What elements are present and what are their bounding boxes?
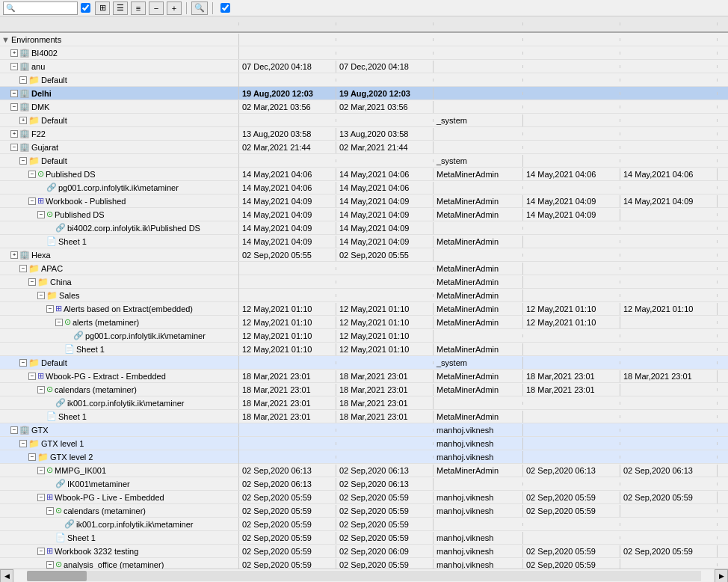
header-name[interactable] bbox=[0, 22, 239, 25]
name-cell: − 📁 China bbox=[28, 277, 235, 287]
col-owner: _system bbox=[434, 357, 523, 369]
col-first-pub bbox=[523, 294, 620, 297]
col-last-pub bbox=[620, 321, 718, 324]
table-row[interactable]: − ⊙ calendars (metaminer) 02 Sep,2020 05… bbox=[0, 504, 728, 518]
strict-checkbox[interactable] bbox=[81, 3, 90, 13]
table-row[interactable]: 📄 Sheet 1 12 May,2021 01:10 12 May,2021 … bbox=[0, 343, 728, 356]
col-first-pub: 12 May,2021 01:10 bbox=[523, 316, 620, 328]
table-row[interactable]: − ⊙ Published DS 14 May,2021 04:09 14 Ma… bbox=[0, 208, 728, 221]
main-container: ▼ Environments + 🏢 BI4002 28.3 GB − bbox=[0, 16, 728, 569]
horizontal-scrollbar[interactable]: ◀ ▶ bbox=[0, 569, 728, 582]
table-row[interactable]: 📄 Sheet 1 14 May,2021 04:09 14 May,2021 … bbox=[0, 235, 728, 248]
header-updated[interactable] bbox=[336, 22, 434, 25]
table-row[interactable]: 🔗 IK001\metaminer 02 Sep,2020 06:13 02 S… bbox=[0, 477, 728, 491]
toolbar-btn-grid[interactable]: ⊞ bbox=[95, 1, 110, 15]
col-owner: manhoj.viknesh bbox=[434, 532, 523, 544]
table-row[interactable]: ▼ Environments bbox=[0, 33, 728, 46]
table-row[interactable]: 📄 Sheet 1 02 Sep,2020 05:59 02 Sep,2020 … bbox=[0, 531, 728, 545]
strict-checkbox-label[interactable] bbox=[81, 3, 92, 13]
col-size: 465.3 kB bbox=[718, 88, 728, 99]
table-row[interactable]: − ⊞ Workbook - Published 14 May,2021 04:… bbox=[0, 194, 728, 208]
col-first-pub bbox=[523, 186, 620, 189]
scroll-track[interactable] bbox=[27, 571, 701, 581]
table-row[interactable]: − 🏢 DMK 02 Mar,2021 03:56 02 Mar,2021 03… bbox=[0, 100, 728, 114]
header-first-pub[interactable] bbox=[523, 22, 620, 25]
name-cell: 🔗 ik001.corp.infolytik.ik\metaminer bbox=[55, 519, 235, 529]
table-row[interactable]: − 📁 GTX level 2 manhoj.viknesh 36.3 kB bbox=[0, 450, 728, 464]
table-row[interactable]: − 🏢 Gujarat 02 Mar,2021 21:44 02 Mar,202… bbox=[0, 141, 728, 154]
table-row[interactable]: − 📁 Default _system 45 kB bbox=[0, 154, 728, 168]
toolbar-btn-scope[interactable]: 🔍 bbox=[191, 1, 208, 15]
toolbar-btn-filter[interactable]: ≡ bbox=[131, 1, 146, 15]
table-row[interactable]: − 📁 Default 251.8 MB bbox=[0, 73, 728, 87]
row-icon: 📁 bbox=[37, 277, 49, 287]
col-updated: 07 Dec,2020 04:18 bbox=[336, 61, 434, 73]
col-owner: MetaMinerAdmin bbox=[434, 209, 523, 221]
table-row[interactable]: − ⊞ Alerts based on Extract(embedded) 12… bbox=[0, 302, 728, 316]
table-row[interactable]: 🔗 pg001.corp.infolytik.ik\metaminer 12 M… bbox=[0, 329, 728, 343]
search-input[interactable] bbox=[15, 4, 78, 13]
col-updated: 12 May,2021 01:10 bbox=[336, 343, 434, 355]
table-row[interactable]: − ⊙ MMPG_IK001 02 Sep,2020 06:13 02 Sep,… bbox=[0, 464, 728, 477]
name-cell: − 📁 APAC bbox=[19, 263, 235, 274]
table-row[interactable]: − 🏢 Delhi 19 Aug,2020 12:03 19 Aug,2020 … bbox=[0, 87, 728, 100]
table-row[interactable]: − ⊙ Published DS 14 May,2021 04:06 14 Ma… bbox=[0, 168, 728, 181]
row-icon: 📁 bbox=[28, 156, 40, 166]
scroll-left[interactable]: ◀ bbox=[0, 569, 13, 583]
col-size: 68.8 kB bbox=[718, 263, 728, 275]
col-size: 68.8 kB bbox=[718, 276, 728, 288]
col-updated: 14 May,2021 04:06 bbox=[336, 182, 434, 194]
table-row[interactable]: − 📁 China MetaMinerAdmin 68.8 kB bbox=[0, 275, 728, 289]
table-row[interactable]: − ⊞ Workbook 3232 testing 02 Sep,2020 05… bbox=[0, 545, 728, 558]
row-label: Wbook-PG - Live - Embedded bbox=[55, 493, 164, 502]
group-by-label[interactable] bbox=[220, 3, 232, 13]
col-owner bbox=[434, 523, 523, 526]
table-row[interactable]: − ⊙ alerts (metaminer) 12 May,2021 01:10… bbox=[0, 316, 728, 329]
toolbar-btn-list[interactable]: ☰ bbox=[113, 1, 128, 15]
search-box[interactable]: 🔍 bbox=[3, 1, 78, 15]
header-created[interactable] bbox=[239, 22, 336, 25]
table-row[interactable]: − ⊙ calendars (metaminer) 18 Mar,2021 23… bbox=[0, 383, 728, 396]
table-row[interactable]: 🔗 ik001.corp.infolytik.ik\metaminer 02 S… bbox=[0, 518, 728, 531]
col-last-pub: 02 Sep,2020 05:59 bbox=[620, 545, 718, 557]
col-updated: 18 Mar,2021 23:01 bbox=[336, 397, 434, 409]
col-first-pub bbox=[523, 79, 620, 82]
table-row[interactable]: + 🏢 BI4002 28.3 GB bbox=[0, 46, 728, 60]
table-row[interactable]: 🔗 pg001.corp.infolytik.ik\metaminer 14 M… bbox=[0, 181, 728, 194]
table-row[interactable]: − 🏢 anu 07 Dec,2020 04:18 07 Dec,2020 04… bbox=[0, 60, 728, 73]
header-size[interactable] bbox=[718, 22, 728, 25]
name-cell: − ⊙ Published DS bbox=[28, 169, 235, 179]
col-updated: 02 Sep,2020 06:13 bbox=[336, 478, 434, 490]
table-row[interactable]: − ⊙ analysis_office (metaminer) 02 Sep,2… bbox=[0, 558, 728, 569]
table-row[interactable]: + 📁 Default _system bbox=[0, 114, 728, 127]
row-icon: 🏢 bbox=[19, 61, 30, 71]
col-last-pub bbox=[620, 186, 718, 189]
table-row[interactable]: + 🏢 Hexa 02 Sep,2020 05:55 02 Sep,2020 0… bbox=[0, 248, 728, 262]
name-cell: 🔗 bi4002.corp.infolytik.ik\Published DS bbox=[46, 223, 235, 233]
table-row[interactable]: − 📁 APAC MetaMinerAdmin 68.8 kB bbox=[0, 262, 728, 275]
col-updated: 14 May,2021 04:09 bbox=[336, 195, 434, 207]
col-first-pub bbox=[523, 240, 620, 243]
col-first-pub: 14 May,2021 04:06 bbox=[523, 168, 620, 180]
table-row[interactable]: − 🏢 GTX manhoj.viknesh 36.3 kB bbox=[0, 423, 728, 437]
table-row[interactable]: 🔗 ik001.corp.infolytik.ik\metaminer 18 M… bbox=[0, 396, 728, 410]
table-row[interactable]: + 🏢 F22 13 Aug,2020 03:58 13 Aug,2020 03… bbox=[0, 127, 728, 141]
table-row[interactable]: − 📁 Default _system 68 kB bbox=[0, 356, 728, 370]
col-created bbox=[239, 79, 336, 82]
table-row[interactable]: − ⊞ Wbook-PG - Live - Embedded 02 Sep,20… bbox=[0, 491, 728, 504]
table-row[interactable]: − 📁 GTX level 1 manhoj.viknesh 36.3 kB bbox=[0, 437, 728, 450]
header-last-pub[interactable] bbox=[620, 22, 718, 25]
header-owner[interactable] bbox=[434, 22, 523, 25]
toolbar-btn-minus[interactable]: − bbox=[149, 1, 164, 15]
table-row[interactable]: − ⊞ Wbook-PG - Extract - Embedded 18 Mar… bbox=[0, 370, 728, 383]
col-size: 54 MB bbox=[718, 61, 728, 73]
scroll-right[interactable]: ▶ bbox=[715, 569, 728, 583]
table-row[interactable]: − 📁 Sales MetaMinerAdmin 68.8 kB bbox=[0, 289, 728, 302]
toolbar-btn-plus[interactable]: + bbox=[167, 1, 182, 15]
table-row[interactable]: 📄 Sheet 1 18 Mar,2021 23:01 18 Mar,2021 … bbox=[0, 410, 728, 423]
col-owner: manhoj.viknesh bbox=[434, 545, 523, 557]
scroll-thumb[interactable] bbox=[27, 571, 87, 581]
table-row[interactable]: 🔗 bi4002.corp.infolytik.ik\Published DS … bbox=[0, 221, 728, 235]
group-by-checkbox[interactable] bbox=[220, 3, 230, 13]
row-label: Default bbox=[41, 358, 67, 367]
